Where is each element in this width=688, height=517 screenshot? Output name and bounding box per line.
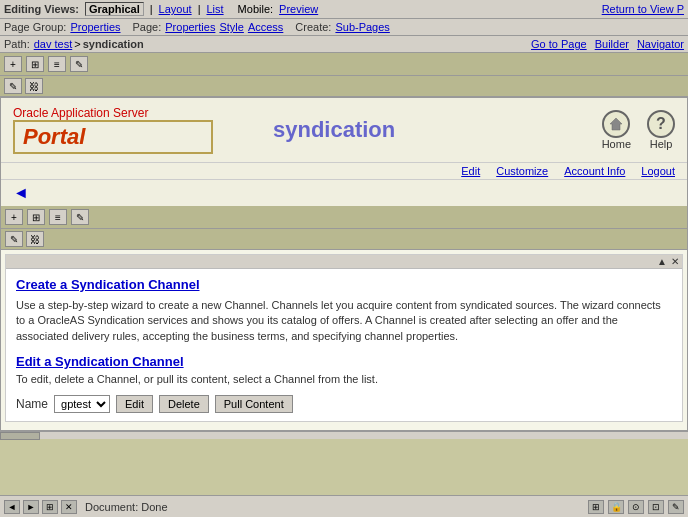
- name-label: Name: [16, 397, 48, 411]
- sep2: |: [198, 3, 201, 15]
- sub-pages-link[interactable]: Sub-Pages: [335, 21, 389, 33]
- pencil-icon[interactable]: ✎: [70, 56, 88, 72]
- page-group-properties-link[interactable]: Properties: [70, 21, 120, 33]
- portlet-collapse-btn[interactable]: ▲: [657, 256, 667, 267]
- current-page: syndication: [83, 38, 144, 50]
- status-right-icons: ⊞ 🔒 ⊙ ⊡ ✎: [588, 500, 684, 514]
- navigator-link[interactable]: Navigator: [637, 38, 684, 50]
- create-channel-title[interactable]: Create a Syndication Channel: [16, 277, 672, 292]
- content-edit-icon[interactable]: ✎: [5, 231, 23, 247]
- status-right-icon-1[interactable]: ⊞: [588, 500, 604, 514]
- go-to-page-link[interactable]: Go to Page: [531, 38, 587, 50]
- status-bar: ◄ ► ⊞ ✕ Document: Done ⊞ 🔒 ⊙ ⊡ ✎: [0, 495, 688, 517]
- preview-link[interactable]: Preview: [279, 3, 318, 15]
- content-portlet-icon[interactable]: ⊞: [27, 209, 45, 225]
- channel-form-row: Name gptest Edit Delete Pull Content: [16, 395, 672, 413]
- edit-channel-title[interactable]: Edit a Syndication Channel: [16, 354, 672, 369]
- home-label: Home: [602, 138, 631, 150]
- graphical-link[interactable]: Graphical: [85, 2, 144, 16]
- layout-link[interactable]: Layout: [159, 3, 192, 15]
- edit-button[interactable]: Edit: [116, 395, 153, 413]
- page-sep: Page:: [133, 21, 162, 33]
- path-bar: Path: dav test > syndication Go to Page …: [0, 36, 688, 53]
- link-icon[interactable]: ⛓: [25, 78, 43, 94]
- icon-toolbar-2: ✎ ⛓: [0, 76, 688, 97]
- status-right-icon-3[interactable]: ⊙: [628, 500, 644, 514]
- status-right-icon-4[interactable]: ⊡: [648, 500, 664, 514]
- help-icon-item[interactable]: ? Help: [647, 110, 675, 150]
- add-region-icon[interactable]: +: [4, 56, 22, 72]
- portlet-header: ▲ ✕: [6, 255, 682, 269]
- portlet-area: ▲ ✕ Create a Syndication Channel Use a s…: [1, 250, 687, 430]
- channel-select[interactable]: gptest: [54, 395, 110, 413]
- status-right-icon-5[interactable]: ✎: [668, 500, 684, 514]
- content-list-icon[interactable]: ≡: [49, 209, 67, 225]
- svg-marker-0: [610, 118, 622, 130]
- status-icon-2[interactable]: ►: [23, 500, 39, 514]
- status-icon-4[interactable]: ✕: [61, 500, 77, 514]
- header-icon-row: Home ? Help: [602, 110, 675, 150]
- logout-nav-link[interactable]: Logout: [641, 165, 675, 177]
- builder-link[interactable]: Builder: [595, 38, 629, 50]
- portal-text: Portal: [13, 120, 213, 154]
- edit-icon[interactable]: ✎: [4, 78, 22, 94]
- home-icon-item[interactable]: Home: [602, 110, 631, 150]
- content-link-icon[interactable]: ⛓: [26, 231, 44, 247]
- help-icon: ?: [647, 110, 675, 138]
- content-icon-row: ✎ ⛓: [1, 229, 687, 250]
- page-group-bar: Page Group: Properties Page: Properties …: [0, 19, 688, 36]
- edit-nav-link[interactable]: Edit: [461, 165, 480, 177]
- home-svg: [609, 117, 623, 131]
- path-label: Path:: [4, 38, 30, 50]
- status-icon-1[interactable]: ◄: [4, 500, 20, 514]
- path-sep: >: [74, 38, 80, 50]
- portlet-close-btn[interactable]: ✕: [671, 256, 679, 267]
- account-info-nav-link[interactable]: Account Info: [564, 165, 625, 177]
- editing-views-bar: Editing Views: Graphical | Layout | List…: [0, 0, 688, 19]
- portlet-content: Create a Syndication Channel Use a step-…: [6, 269, 682, 421]
- delete-button[interactable]: Delete: [159, 395, 209, 413]
- editing-views-label: Editing Views:: [4, 3, 79, 15]
- edit-channel-desc: To edit, delete a Channel, or pull its c…: [16, 373, 672, 385]
- sep1: |: [150, 3, 153, 15]
- horizontal-scrollbar[interactable]: [0, 431, 688, 439]
- arrow-indicator: ◄: [13, 184, 29, 202]
- dav-test-link[interactable]: dav test: [34, 38, 73, 50]
- status-icon-3[interactable]: ⊞: [42, 500, 58, 514]
- create-channel-desc: Use a step-by-step wizard to create a ne…: [16, 298, 672, 344]
- status-left-icons: ◄ ► ⊞ ✕: [4, 500, 77, 514]
- content-add-icon[interactable]: +: [5, 209, 23, 225]
- home-icon: [602, 110, 630, 138]
- content-pencil-icon[interactable]: ✎: [71, 209, 89, 225]
- mobile-label: Mobile:: [238, 3, 273, 15]
- status-right-icon-2[interactable]: 🔒: [608, 500, 624, 514]
- page-properties-link[interactable]: Properties: [165, 21, 215, 33]
- header-icons: Home ? Help: [602, 110, 675, 150]
- portal-header: Oracle Application Server Portal syndica…: [1, 98, 687, 163]
- scroll-thumb[interactable]: [0, 432, 40, 440]
- portal-logo: Oracle Application Server Portal: [13, 106, 213, 154]
- portlet-box: ▲ ✕ Create a Syndication Channel Use a s…: [5, 254, 683, 422]
- icon-toolbar-1: + ⊞ ≡ ✎: [0, 53, 688, 76]
- style-link[interactable]: Style: [219, 21, 243, 33]
- customize-nav-link[interactable]: Customize: [496, 165, 548, 177]
- content-toolbar: + ⊞ ≡ ✎: [1, 206, 687, 229]
- nav-links: Edit Customize Account Info Logout: [1, 163, 687, 180]
- oracle-text: Oracle Application Server: [13, 106, 213, 120]
- pull-content-button[interactable]: Pull Content: [215, 395, 293, 413]
- properties-icon[interactable]: ≡: [48, 56, 66, 72]
- create-label: Create:: [295, 21, 331, 33]
- add-portlet-icon[interactable]: ⊞: [26, 56, 44, 72]
- help-label: Help: [650, 138, 673, 150]
- status-text: Document: Done: [81, 501, 584, 513]
- path-right-links: Go to Page Builder Navigator: [531, 38, 684, 50]
- main-content: Oracle Application Server Portal syndica…: [0, 97, 688, 431]
- page-group-label: Page Group:: [4, 21, 66, 33]
- return-link[interactable]: Return to View P: [602, 3, 684, 15]
- list-link[interactable]: List: [206, 3, 223, 15]
- arrow-area: ◄: [1, 180, 687, 206]
- access-link[interactable]: Access: [248, 21, 283, 33]
- page-title: syndication: [273, 117, 395, 143]
